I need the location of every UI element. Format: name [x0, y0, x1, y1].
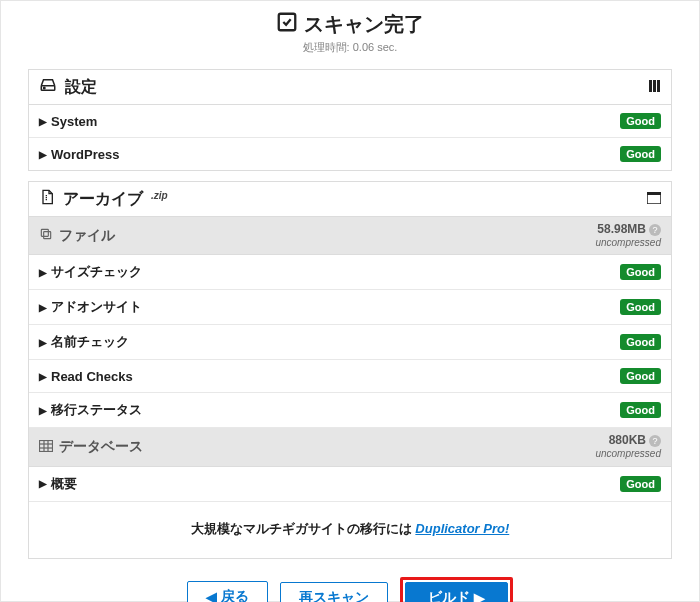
- db-note: uncompressed: [595, 448, 661, 459]
- row-label: 移行ステータス: [51, 401, 142, 419]
- header-subtitle: 処理時間: 0.06 sec.: [1, 40, 699, 55]
- row-label: WordPress: [51, 147, 119, 162]
- caret-right-icon: ▶: [39, 337, 47, 348]
- build-highlight: ビルド ▶: [400, 577, 513, 602]
- promo-text: 大規模なマルチギガサイトの移行には Duplicator Pro!: [29, 502, 671, 558]
- row-label: Read Checks: [51, 369, 133, 384]
- archive-row[interactable]: ▶サイズチェック Good: [29, 255, 671, 290]
- archive-row[interactable]: ▶名前チェック Good: [29, 325, 671, 360]
- caret-right-icon: ▶: [39, 405, 47, 416]
- settings-title: 設定: [65, 77, 97, 98]
- svg-point-2: [44, 87, 46, 89]
- page-root: スキャン完了 処理時間: 0.06 sec. 設定 ▶System Good ▶…: [0, 0, 700, 602]
- copy-icon: [39, 227, 53, 244]
- status-badge: Good: [620, 299, 661, 315]
- archive-row[interactable]: ▶Read Checks Good: [29, 360, 671, 393]
- triangle-right-icon: ▶: [474, 590, 485, 602]
- header-title-row: スキャン完了: [276, 11, 424, 38]
- status-badge: Good: [620, 264, 661, 280]
- caret-right-icon: ▶: [39, 371, 47, 382]
- status-badge: Good: [620, 368, 661, 384]
- row-label: System: [51, 114, 97, 129]
- files-label: ファイル: [59, 227, 115, 245]
- tabs-icon: [649, 78, 661, 96]
- status-badge: Good: [620, 402, 661, 418]
- svg-rect-10: [40, 440, 53, 451]
- settings-panel-header[interactable]: 設定: [29, 70, 671, 105]
- db-size: 880KB: [609, 433, 646, 447]
- help-icon[interactable]: ?: [649, 224, 661, 236]
- rescan-button[interactable]: 再スキャン: [280, 582, 388, 602]
- db-label: データベース: [59, 438, 143, 456]
- db-subheader[interactable]: データベース 880KB? uncompressed: [29, 428, 671, 466]
- files-size: 58.98MB: [597, 222, 646, 236]
- svg-rect-9: [41, 229, 48, 236]
- archive-title: アーカイブ: [63, 189, 143, 210]
- promo-link[interactable]: Duplicator Pro!: [415, 521, 509, 536]
- status-badge: Good: [620, 146, 661, 162]
- row-label: サイズチェック: [51, 263, 142, 281]
- settings-row[interactable]: ▶WordPress Good: [29, 138, 671, 170]
- archive-ext: .zip: [151, 190, 168, 201]
- triangle-left-icon: ◀: [206, 589, 217, 602]
- row-label: 概要: [51, 475, 77, 493]
- caret-right-icon: ▶: [39, 149, 47, 160]
- svg-rect-4: [653, 80, 656, 92]
- promo-prefix: 大規模なマルチギガサイトの移行には: [191, 521, 416, 536]
- status-badge: Good: [620, 113, 661, 129]
- svg-rect-5: [657, 80, 660, 92]
- row-label: 名前チェック: [51, 333, 129, 351]
- archive-row[interactable]: ▶アドオンサイト Good: [29, 290, 671, 325]
- row-label: アドオンサイト: [51, 298, 142, 316]
- svg-rect-8: [44, 232, 51, 239]
- svg-rect-7: [647, 192, 661, 195]
- archive-row[interactable]: ▶概要 Good: [29, 467, 671, 502]
- drive-icon: [39, 76, 57, 98]
- settings-row[interactable]: ▶System Good: [29, 105, 671, 138]
- window-icon: [647, 190, 661, 208]
- back-button[interactable]: ◀ 戻る: [187, 581, 268, 602]
- caret-right-icon: ▶: [39, 478, 47, 489]
- file-archive-icon: [39, 188, 55, 210]
- footer-buttons: ◀ 戻る 再スキャン ビルド ▶: [1, 559, 699, 602]
- rescan-label: 再スキャン: [299, 589, 369, 602]
- status-badge: Good: [620, 476, 661, 492]
- caret-right-icon: ▶: [39, 267, 47, 278]
- build-button[interactable]: ビルド ▶: [405, 582, 508, 602]
- files-note: uncompressed: [595, 237, 661, 248]
- archive-panel: アーカイブ .zip ファイル 58.98MB? uncompressed ▶サ…: [28, 181, 672, 559]
- table-icon: [39, 439, 53, 455]
- help-icon[interactable]: ?: [649, 435, 661, 447]
- header: スキャン完了 処理時間: 0.06 sec.: [1, 1, 699, 59]
- build-label: ビルド: [428, 589, 470, 602]
- back-label: 戻る: [221, 588, 249, 602]
- archive-panel-header[interactable]: アーカイブ .zip: [29, 182, 671, 217]
- check-square-icon: [276, 11, 298, 38]
- settings-panel: 設定 ▶System Good ▶WordPress Good: [28, 69, 672, 171]
- archive-row[interactable]: ▶移行ステータス Good: [29, 393, 671, 428]
- caret-right-icon: ▶: [39, 302, 47, 313]
- svg-rect-3: [649, 80, 652, 92]
- status-badge: Good: [620, 334, 661, 350]
- caret-right-icon: ▶: [39, 116, 47, 127]
- page-title: スキャン完了: [304, 11, 424, 38]
- files-subheader[interactable]: ファイル 58.98MB? uncompressed: [29, 217, 671, 255]
